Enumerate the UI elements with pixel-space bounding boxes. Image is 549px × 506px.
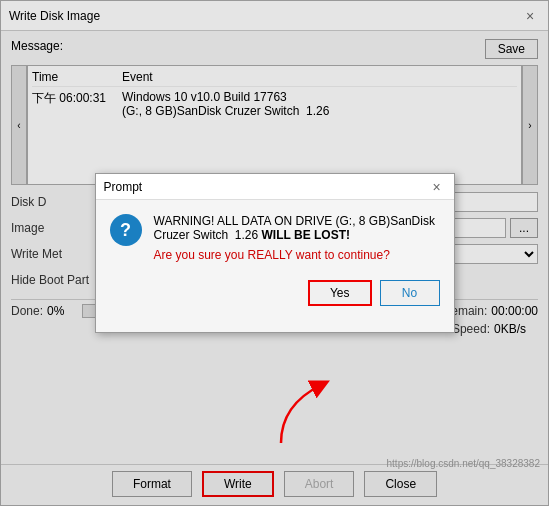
modal-close-button[interactable]: × xyxy=(428,178,446,196)
modal-body: ? WARNING! ALL DATA ON DRIVE (G:, 8 GB)S… xyxy=(96,200,454,272)
modal-warning: WARNING! ALL DATA ON DRIVE (G:, 8 GB)San… xyxy=(154,214,440,242)
arrow-indicator xyxy=(221,365,341,445)
no-button[interactable]: No xyxy=(380,280,440,306)
modal-text: WARNING! ALL DATA ON DRIVE (G:, 8 GB)San… xyxy=(154,214,440,262)
modal-title-bar: Prompt × xyxy=(96,174,454,200)
modal-buttons: Yes No xyxy=(96,272,454,318)
modal-overlay: Prompt × ? WARNING! ALL DATA ON DRIVE (G… xyxy=(1,1,548,505)
prompt-dialog: Prompt × ? WARNING! ALL DATA ON DRIVE (G… xyxy=(95,173,455,333)
prompt-icon: ? xyxy=(110,214,142,246)
yes-button[interactable]: Yes xyxy=(308,280,372,306)
modal-question: Are you sure you REALLY want to continue… xyxy=(154,248,440,262)
main-window: Write Disk Image × Message: Save ‹ Time … xyxy=(0,0,549,506)
modal-title: Prompt xyxy=(104,180,143,194)
